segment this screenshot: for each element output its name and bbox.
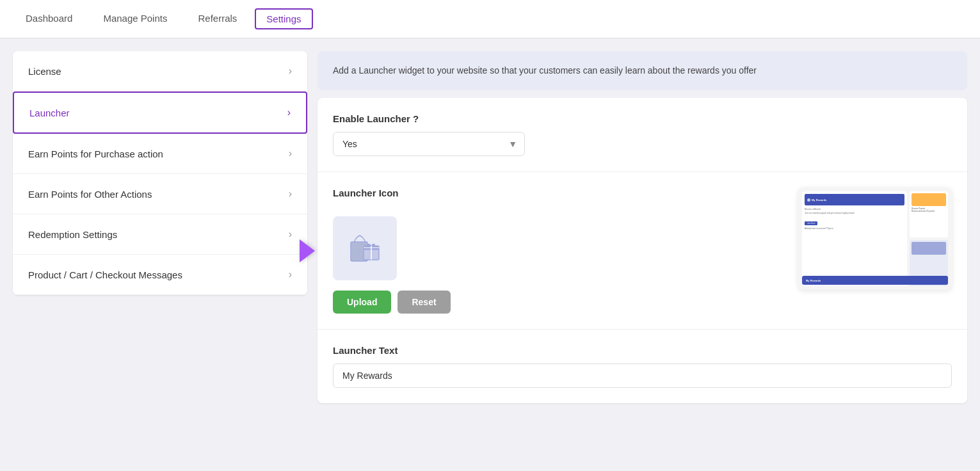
- content-area: Add a Launcher widget to your website so…: [317, 51, 967, 458]
- sidebar-item-earn-other[interactable]: Earn Points for Other Actions ›: [13, 174, 307, 214]
- preview-mock: My Rewards Become a Member Join our rewa…: [798, 188, 952, 290]
- preview-bottom-bar: My Rewards: [802, 276, 948, 285]
- preview-card-img-1: [912, 193, 946, 206]
- preview-bottom-text: My Rewards: [806, 279, 821, 282]
- launcher-icon-preview: [333, 216, 397, 280]
- tab-settings[interactable]: Settings: [255, 8, 312, 29]
- preview-body-text-2: Join our rewards program and get exclusi…: [805, 212, 904, 214]
- preview-card-text-2: Review and earn 25 points!: [912, 210, 946, 212]
- preview-header: My Rewards: [805, 194, 904, 205]
- main-layout: License › Launcher › Earn Points for Pur…: [0, 38, 980, 471]
- launcher-text-section: Launcher Text: [317, 330, 967, 403]
- launcher-text-label: Launcher Text: [333, 345, 952, 356]
- launcher-icon-label: Launcher Icon: [333, 188, 451, 198]
- launcher-text-input[interactable]: [333, 363, 952, 388]
- sidebar-item-product-cart[interactable]: Product / Cart / Checkout Messages ›: [13, 255, 307, 295]
- preview-header-dot: [807, 198, 810, 202]
- chevron-icon-earn-other: ›: [289, 188, 292, 200]
- sidebar-arrow-inner: [300, 239, 315, 262]
- sidebar-item-label-earn-other: Earn Points for Other Actions: [28, 189, 152, 200]
- sidebar-item-label-redemption: Redemption Settings: [28, 229, 117, 240]
- content-card: Enable Launcher ? Yes No ▼ Launcher Icon: [317, 98, 967, 403]
- preview-card-1: Review Product Review and earn 25 points…: [910, 191, 948, 237]
- preview-left-panel: My Rewards Become a Member Join our rewa…: [802, 191, 907, 286]
- launcher-preview-image: My Rewards Become a Member Join our rewa…: [798, 188, 952, 290]
- reset-button[interactable]: Reset: [398, 291, 450, 314]
- sidebar: License › Launcher › Earn Points for Pur…: [13, 51, 307, 295]
- info-banner: Add a Launcher widget to your website so…: [317, 51, 967, 90]
- preview-header-text: My Rewards: [812, 198, 826, 202]
- enable-launcher-select-wrapper: Yes No ▼: [333, 132, 525, 156]
- tab-manage-points[interactable]: Manage Points: [90, 1, 180, 37]
- sidebar-item-label-product-cart: Product / Cart / Checkout Messages: [28, 269, 182, 280]
- enable-launcher-select[interactable]: Yes No: [333, 132, 525, 156]
- sidebar-item-redemption[interactable]: Redemption Settings ›: [13, 214, 307, 255]
- chevron-icon-earn-purchase: ›: [289, 148, 292, 159]
- sidebar-container: License › Launcher › Earn Points for Pur…: [13, 51, 307, 458]
- sidebar-item-label-launcher: Launcher: [29, 108, 70, 118]
- top-nav: Dashboard Manage Points Referrals Settin…: [0, 0, 980, 38]
- upload-button[interactable]: Upload: [333, 291, 391, 314]
- enable-launcher-section: Enable Launcher ? Yes No ▼: [317, 98, 967, 172]
- preview-body-text-1: Become a Member: [805, 208, 904, 211]
- sidebar-item-earn-purchase[interactable]: Earn Points for Purchase action ›: [13, 134, 307, 174]
- launcher-icon-left: Launcher Icon: [333, 188, 451, 314]
- tab-dashboard[interactable]: Dashboard: [13, 1, 85, 37]
- button-row: Upload Reset: [333, 291, 451, 314]
- sidebar-item-label-earn-purchase: Earn Points for Purchase action: [28, 148, 163, 159]
- preview-right-panel: Review Product Review and earn 25 points…: [910, 191, 948, 286]
- sidebar-item-launcher[interactable]: Launcher ›: [13, 92, 307, 134]
- chevron-icon-license: ›: [289, 65, 292, 77]
- tab-referrals[interactable]: Referrals: [185, 1, 250, 37]
- enable-launcher-label: Enable Launcher ?: [333, 113, 952, 124]
- bag-gift-icon: [346, 229, 384, 267]
- launcher-icon-section: Launcher Icon: [317, 172, 967, 330]
- chevron-icon-product-cart: ›: [289, 269, 292, 280]
- sidebar-item-label-license: License: [28, 66, 61, 77]
- preview-body-text-3: Already have an account? Sign in: [805, 227, 904, 230]
- info-banner-text: Add a Launcher widget to your website so…: [333, 65, 757, 76]
- chevron-icon-redemption: ›: [289, 228, 292, 240]
- preview-join-button: Join Now: [805, 221, 817, 225]
- preview-card-img-2: [912, 242, 946, 255]
- sidebar-item-license[interactable]: License ›: [13, 51, 307, 92]
- chevron-icon-launcher: ›: [287, 107, 291, 118]
